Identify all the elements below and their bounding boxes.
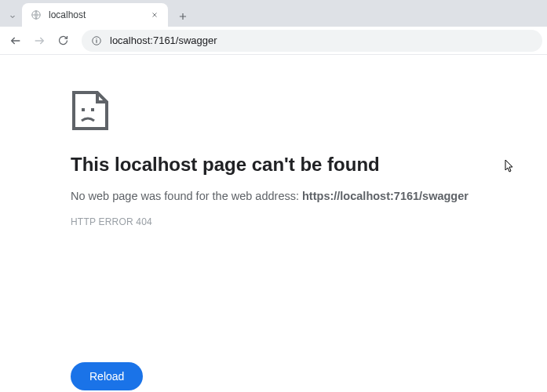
error-code: HTTP ERROR 404: [71, 216, 547, 227]
address-bar-url: localhost:7161/swagger: [110, 34, 217, 46]
globe-icon: [30, 9, 42, 21]
error-description: No web page was found for the web addres…: [71, 190, 547, 202]
reload-icon: [57, 34, 69, 46]
reload-button[interactable]: Reload: [71, 362, 143, 390]
svg-rect-5: [91, 108, 94, 111]
address-bar[interactable]: localhost:7161/swagger: [82, 30, 542, 52]
site-info-icon[interactable]: [91, 35, 102, 46]
new-tab-button[interactable]: [173, 6, 193, 27]
close-tab-button[interactable]: [149, 9, 160, 20]
svg-rect-4: [82, 108, 85, 111]
plus-icon: [177, 11, 188, 22]
arrow-right-icon: [33, 34, 46, 47]
close-icon: [151, 11, 159, 19]
reload-nav-button[interactable]: [52, 30, 74, 52]
browser-toolbar: localhost:7161/swagger: [0, 27, 547, 55]
sad-page-icon: [71, 89, 547, 135]
tab-title: localhost: [49, 9, 143, 20]
browser-tab[interactable]: localhost: [22, 3, 168, 27]
tab-search-chevron[interactable]: [5, 6, 20, 27]
tab-strip: localhost: [0, 0, 547, 27]
chevron-down-icon: [8, 12, 17, 21]
error-title: This localhost page can't be found: [71, 154, 547, 176]
error-page-content: This localhost page can't be found No we…: [0, 55, 547, 227]
arrow-left-icon: [9, 34, 22, 47]
forward-button[interactable]: [28, 30, 50, 52]
back-button[interactable]: [5, 30, 27, 52]
error-description-prefix: No web page was found for the web addres…: [71, 190, 302, 202]
error-description-url: https://localhost:7161/swagger: [302, 190, 469, 202]
